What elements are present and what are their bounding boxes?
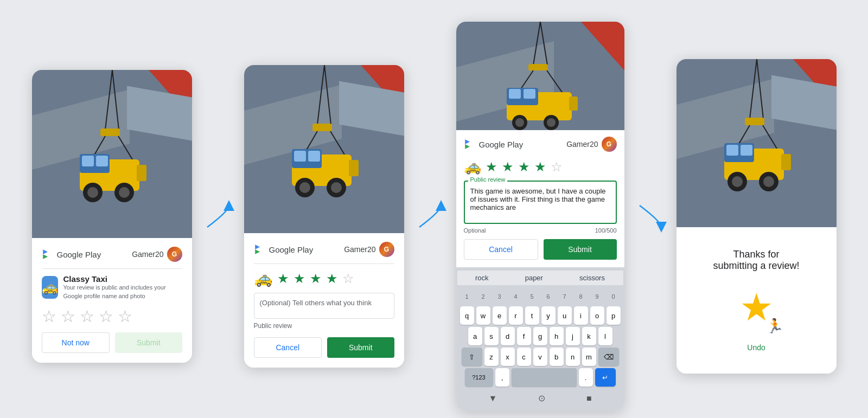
keyboard-3: rock paper scissors 1 2 3 4 5 6 7 8 9 0 … [456, 267, 624, 411]
key-backspace[interactable]: ⌫ [598, 348, 619, 366]
key-v[interactable]: v [533, 348, 547, 366]
star-1-5[interactable]: ☆ [118, 307, 132, 326]
key-r[interactable]: r [509, 306, 523, 325]
key-m[interactable]: m [582, 348, 596, 366]
svg-rect-8 [96, 156, 108, 166]
svg-marker-16 [43, 254, 48, 259]
key-period[interactable]: . [579, 368, 593, 387]
key-d[interactable]: d [501, 327, 515, 345]
suggestion-scissors[interactable]: scissors [579, 274, 605, 282]
key-l[interactable]: l [598, 327, 612, 345]
key-t[interactable]: t [525, 306, 539, 325]
key-q[interactable]: q [460, 306, 474, 325]
key-n[interactable]: n [566, 348, 580, 366]
gplay-logo-3: Google Play [464, 138, 524, 150]
key-comma[interactable]: , [495, 368, 509, 387]
suggestion-rock[interactable]: rock [475, 274, 489, 282]
num-0: 0 [607, 287, 621, 306]
svg-rect-2 [100, 128, 120, 136]
suggestion-paper[interactable]: paper [525, 274, 543, 282]
star-2-2[interactable]: ★ [293, 271, 305, 286]
svg-rect-63 [741, 145, 752, 156]
svg-point-67 [763, 176, 774, 187]
svg-point-47 [515, 118, 524, 127]
submit-button-2[interactable]: Submit [327, 337, 394, 358]
star-1-1[interactable]: ☆ [42, 307, 56, 326]
thanks-text: Thanks forsubmitting a review! [713, 249, 799, 272]
gplay-logo-1: Google Play [42, 248, 101, 260]
star-3-4[interactable]: ★ [534, 159, 546, 175]
star-3-2[interactable]: ★ [502, 159, 514, 175]
svg-rect-44 [509, 89, 521, 99]
star-2-3[interactable]: ★ [310, 271, 322, 286]
svg-marker-52 [465, 144, 470, 149]
cancel-button-3[interactable]: Cancel [464, 239, 538, 260]
star-character-area: ★ 🏃 [729, 280, 783, 335]
key-c[interactable]: c [517, 348, 531, 366]
star-1-4[interactable]: ☆ [99, 307, 113, 326]
key-j[interactable]: j [566, 327, 580, 345]
kbd-row-1: q w e r t y u i o p [457, 306, 623, 325]
key-s[interactable]: s [484, 327, 499, 345]
star-1-2[interactable]: ☆ [61, 307, 75, 326]
star-2-4[interactable]: ★ [326, 271, 338, 286]
key-a[interactable]: a [468, 327, 482, 345]
svg-line-38 [540, 22, 547, 65]
key-u[interactable]: u [558, 306, 572, 325]
svg-marker-33 [255, 245, 260, 249]
key-f[interactable]: f [517, 327, 531, 345]
key-y[interactable]: y [541, 306, 556, 325]
undo-button[interactable]: Undo [747, 343, 765, 352]
svg-marker-15 [43, 249, 48, 254]
key-b[interactable]: b [550, 348, 564, 366]
num-3: 3 [493, 287, 507, 306]
key-o[interactable]: o [590, 306, 604, 325]
key-z[interactable]: z [484, 348, 499, 366]
svg-rect-62 [726, 145, 738, 156]
key-i[interactable]: i [574, 306, 588, 325]
key-space[interactable] [512, 368, 577, 387]
key-e[interactable]: e [493, 306, 507, 325]
star-3-5[interactable]: ☆ [551, 159, 563, 175]
keyboard-bottom-icons: ▼ ⊙ ■ [457, 389, 623, 408]
key-h[interactable]: h [550, 327, 564, 345]
screens-container: Google Play Gamer20 G 🚕 Classy Taxi Your… [16, 0, 853, 418]
star-2-5[interactable]: ☆ [342, 271, 354, 286]
svg-point-29 [299, 182, 310, 193]
review-text-3[interactable]: This game is awesome, but I have a coupl… [464, 181, 617, 224]
key-g[interactable]: g [533, 327, 547, 345]
screen1-bottom-sheet: Google Play Gamer20 G 🚕 Classy Taxi Your… [32, 238, 192, 363]
key-p[interactable]: p [607, 306, 621, 325]
key-k[interactable]: k [582, 327, 596, 345]
svg-rect-26 [294, 151, 306, 162]
key-enter[interactable]: ↵ [595, 368, 616, 387]
review-field-label: Public review [468, 176, 508, 183]
public-review-label-2: Public review [254, 322, 394, 330]
arrow-1 [202, 195, 234, 238]
kbd-nav-icon: ▼ [488, 394, 497, 403]
screen3-stars: 🚕 ★ ★ ★ ★ ☆ [464, 158, 617, 175]
svg-line-55 [750, 59, 757, 119]
key-shift[interactable]: ⇧ [462, 348, 482, 366]
not-now-button[interactable]: Not now [42, 332, 110, 353]
key-x[interactable]: x [501, 348, 515, 366]
kbd-home-icon: ⊙ [538, 393, 545, 403]
screen2-bottom-sheet: Google Play Gamer20 G 🚕 ★ ★ ★ ★ ☆ (Optio… [244, 233, 404, 368]
svg-rect-39 [528, 64, 548, 70]
stars-row-1[interactable]: ☆ ☆ ☆ ☆ ☆ [42, 307, 182, 326]
review-input-2[interactable]: (Optional) Tell others what you think [254, 293, 394, 319]
svg-line-1 [112, 70, 119, 130]
cancel-button-2[interactable]: Cancel [254, 337, 322, 358]
star-3-1[interactable]: ★ [486, 159, 497, 175]
user-row-3: Gamer20 G [566, 137, 616, 152]
star-1-3[interactable]: ☆ [80, 307, 94, 326]
star-2-1[interactable]: ★ [277, 271, 289, 286]
key-w[interactable]: w [476, 306, 490, 325]
submit-button-1[interactable]: Submit [115, 332, 182, 353]
screen3-game-area [456, 22, 624, 130]
star-3-3[interactable]: ★ [518, 159, 530, 175]
submit-button-3[interactable]: Submit [544, 239, 617, 260]
svg-point-65 [732, 176, 743, 187]
key-symbols[interactable]: ?123 [465, 368, 493, 387]
svg-rect-7 [82, 156, 94, 166]
